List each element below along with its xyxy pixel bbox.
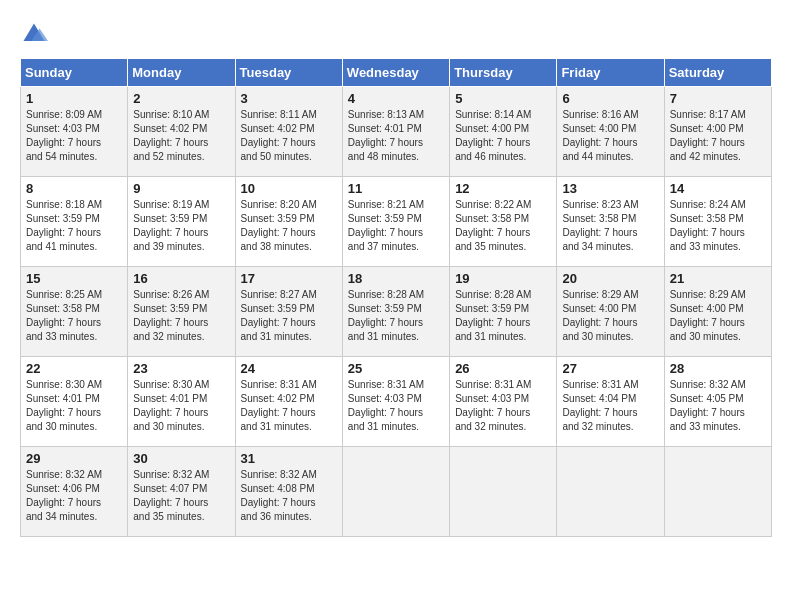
weekday-monday: Monday <box>128 59 235 87</box>
day-number: 13 <box>562 181 658 196</box>
day-info: Sunrise: 8:19 AMSunset: 3:59 PMDaylight:… <box>133 198 229 254</box>
day-cell: 5 Sunrise: 8:14 AMSunset: 4:00 PMDayligh… <box>450 87 557 177</box>
day-info: Sunrise: 8:27 AMSunset: 3:59 PMDaylight:… <box>241 288 337 344</box>
week-row-1: 1 Sunrise: 8:09 AMSunset: 4:03 PMDayligh… <box>21 87 772 177</box>
day-number: 22 <box>26 361 122 376</box>
week-row-3: 15 Sunrise: 8:25 AMSunset: 3:58 PMDaylig… <box>21 267 772 357</box>
weekday-wednesday: Wednesday <box>342 59 449 87</box>
day-info: Sunrise: 8:30 AMSunset: 4:01 PMDaylight:… <box>26 378 122 434</box>
day-cell: 28 Sunrise: 8:32 AMSunset: 4:05 PMDaylig… <box>664 357 771 447</box>
day-cell: 8 Sunrise: 8:18 AMSunset: 3:59 PMDayligh… <box>21 177 128 267</box>
day-number: 16 <box>133 271 229 286</box>
day-number: 29 <box>26 451 122 466</box>
day-cell: 31 Sunrise: 8:32 AMSunset: 4:08 PMDaylig… <box>235 447 342 537</box>
day-info: Sunrise: 8:30 AMSunset: 4:01 PMDaylight:… <box>133 378 229 434</box>
day-info: Sunrise: 8:11 AMSunset: 4:02 PMDaylight:… <box>241 108 337 164</box>
day-number: 26 <box>455 361 551 376</box>
day-cell: 26 Sunrise: 8:31 AMSunset: 4:03 PMDaylig… <box>450 357 557 447</box>
day-info: Sunrise: 8:32 AMSunset: 4:05 PMDaylight:… <box>670 378 766 434</box>
day-info: Sunrise: 8:31 AMSunset: 4:04 PMDaylight:… <box>562 378 658 434</box>
day-info: Sunrise: 8:16 AMSunset: 4:00 PMDaylight:… <box>562 108 658 164</box>
day-cell: 13 Sunrise: 8:23 AMSunset: 3:58 PMDaylig… <box>557 177 664 267</box>
day-cell: 14 Sunrise: 8:24 AMSunset: 3:58 PMDaylig… <box>664 177 771 267</box>
day-cell <box>664 447 771 537</box>
day-info: Sunrise: 8:22 AMSunset: 3:58 PMDaylight:… <box>455 198 551 254</box>
day-number: 21 <box>670 271 766 286</box>
day-info: Sunrise: 8:10 AMSunset: 4:02 PMDaylight:… <box>133 108 229 164</box>
day-number: 20 <box>562 271 658 286</box>
day-info: Sunrise: 8:32 AMSunset: 4:06 PMDaylight:… <box>26 468 122 524</box>
day-cell: 6 Sunrise: 8:16 AMSunset: 4:00 PMDayligh… <box>557 87 664 177</box>
day-number: 28 <box>670 361 766 376</box>
day-info: Sunrise: 8:31 AMSunset: 4:03 PMDaylight:… <box>348 378 444 434</box>
day-info: Sunrise: 8:28 AMSunset: 3:59 PMDaylight:… <box>348 288 444 344</box>
day-cell: 18 Sunrise: 8:28 AMSunset: 3:59 PMDaylig… <box>342 267 449 357</box>
day-cell <box>450 447 557 537</box>
day-info: Sunrise: 8:23 AMSunset: 3:58 PMDaylight:… <box>562 198 658 254</box>
day-cell: 23 Sunrise: 8:30 AMSunset: 4:01 PMDaylig… <box>128 357 235 447</box>
week-row-2: 8 Sunrise: 8:18 AMSunset: 3:59 PMDayligh… <box>21 177 772 267</box>
day-cell <box>342 447 449 537</box>
day-cell: 22 Sunrise: 8:30 AMSunset: 4:01 PMDaylig… <box>21 357 128 447</box>
day-info: Sunrise: 8:31 AMSunset: 4:03 PMDaylight:… <box>455 378 551 434</box>
calendar-body: 1 Sunrise: 8:09 AMSunset: 4:03 PMDayligh… <box>21 87 772 537</box>
week-row-5: 29 Sunrise: 8:32 AMSunset: 4:06 PMDaylig… <box>21 447 772 537</box>
day-number: 6 <box>562 91 658 106</box>
weekday-friday: Friday <box>557 59 664 87</box>
day-info: Sunrise: 8:25 AMSunset: 3:58 PMDaylight:… <box>26 288 122 344</box>
week-row-4: 22 Sunrise: 8:30 AMSunset: 4:01 PMDaylig… <box>21 357 772 447</box>
day-number: 8 <box>26 181 122 196</box>
day-number: 14 <box>670 181 766 196</box>
day-info: Sunrise: 8:29 AMSunset: 4:00 PMDaylight:… <box>562 288 658 344</box>
day-number: 11 <box>348 181 444 196</box>
calendar-table: SundayMondayTuesdayWednesdayThursdayFrid… <box>20 58 772 537</box>
day-cell: 9 Sunrise: 8:19 AMSunset: 3:59 PMDayligh… <box>128 177 235 267</box>
weekday-sunday: Sunday <box>21 59 128 87</box>
day-info: Sunrise: 8:20 AMSunset: 3:59 PMDaylight:… <box>241 198 337 254</box>
day-number: 17 <box>241 271 337 286</box>
day-number: 24 <box>241 361 337 376</box>
weekday-tuesday: Tuesday <box>235 59 342 87</box>
day-number: 12 <box>455 181 551 196</box>
day-number: 25 <box>348 361 444 376</box>
weekday-thursday: Thursday <box>450 59 557 87</box>
weekday-saturday: Saturday <box>664 59 771 87</box>
day-cell: 21 Sunrise: 8:29 AMSunset: 4:00 PMDaylig… <box>664 267 771 357</box>
day-number: 5 <box>455 91 551 106</box>
day-info: Sunrise: 8:18 AMSunset: 3:59 PMDaylight:… <box>26 198 122 254</box>
day-info: Sunrise: 8:13 AMSunset: 4:01 PMDaylight:… <box>348 108 444 164</box>
day-cell: 15 Sunrise: 8:25 AMSunset: 3:58 PMDaylig… <box>21 267 128 357</box>
day-cell: 20 Sunrise: 8:29 AMSunset: 4:00 PMDaylig… <box>557 267 664 357</box>
day-info: Sunrise: 8:29 AMSunset: 4:00 PMDaylight:… <box>670 288 766 344</box>
day-cell: 24 Sunrise: 8:31 AMSunset: 4:02 PMDaylig… <box>235 357 342 447</box>
day-number: 23 <box>133 361 229 376</box>
day-number: 2 <box>133 91 229 106</box>
day-number: 27 <box>562 361 658 376</box>
day-cell <box>557 447 664 537</box>
day-cell: 25 Sunrise: 8:31 AMSunset: 4:03 PMDaylig… <box>342 357 449 447</box>
day-number: 18 <box>348 271 444 286</box>
day-number: 31 <box>241 451 337 466</box>
day-number: 10 <box>241 181 337 196</box>
day-info: Sunrise: 8:32 AMSunset: 4:07 PMDaylight:… <box>133 468 229 524</box>
day-info: Sunrise: 8:14 AMSunset: 4:00 PMDaylight:… <box>455 108 551 164</box>
logo <box>20 20 50 48</box>
day-number: 1 <box>26 91 122 106</box>
logo-icon <box>20 20 48 48</box>
day-info: Sunrise: 8:32 AMSunset: 4:08 PMDaylight:… <box>241 468 337 524</box>
day-cell: 27 Sunrise: 8:31 AMSunset: 4:04 PMDaylig… <box>557 357 664 447</box>
day-info: Sunrise: 8:26 AMSunset: 3:59 PMDaylight:… <box>133 288 229 344</box>
day-info: Sunrise: 8:24 AMSunset: 3:58 PMDaylight:… <box>670 198 766 254</box>
day-cell: 7 Sunrise: 8:17 AMSunset: 4:00 PMDayligh… <box>664 87 771 177</box>
day-cell: 10 Sunrise: 8:20 AMSunset: 3:59 PMDaylig… <box>235 177 342 267</box>
weekday-header-row: SundayMondayTuesdayWednesdayThursdayFrid… <box>21 59 772 87</box>
day-number: 30 <box>133 451 229 466</box>
day-number: 9 <box>133 181 229 196</box>
day-number: 3 <box>241 91 337 106</box>
day-cell: 12 Sunrise: 8:22 AMSunset: 3:58 PMDaylig… <box>450 177 557 267</box>
day-cell: 19 Sunrise: 8:28 AMSunset: 3:59 PMDaylig… <box>450 267 557 357</box>
day-number: 4 <box>348 91 444 106</box>
day-info: Sunrise: 8:28 AMSunset: 3:59 PMDaylight:… <box>455 288 551 344</box>
day-number: 7 <box>670 91 766 106</box>
day-cell: 1 Sunrise: 8:09 AMSunset: 4:03 PMDayligh… <box>21 87 128 177</box>
